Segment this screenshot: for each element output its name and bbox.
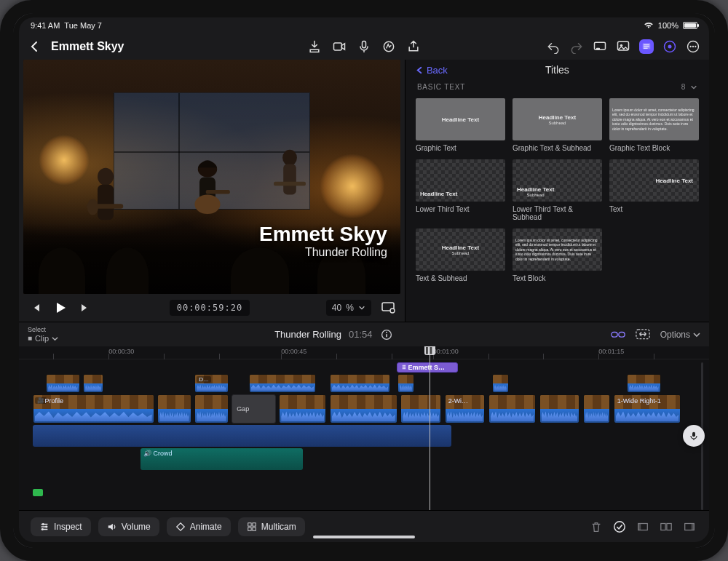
title-tile[interactable]: Headline Text Graphic Text: [416, 98, 505, 152]
content-browser-icon[interactable]: [639, 39, 654, 54]
time-ruler[interactable]: 00:00:30 00:00:45 00:01:00 00:01:15: [19, 346, 709, 359]
viewer-timecode[interactable]: 00:00:59:20: [170, 300, 250, 316]
chevron-down-icon: [52, 335, 58, 342]
trash-icon[interactable]: [588, 519, 604, 535]
home-indicator[interactable]: [313, 536, 415, 538]
volume-button[interactable]: Volume: [98, 517, 159, 536]
svg-rect-31: [618, 332, 624, 337]
multicam-button[interactable]: Multicam: [238, 517, 305, 536]
fullscreen-button[interactable]: [380, 300, 396, 316]
overlay-title: Emmett Skyy: [259, 223, 387, 246]
timeline[interactable]: 00:00:30 00:00:45 00:01:00 00:01:15 ▌▌ ⠿…: [19, 346, 709, 510]
redo-icon[interactable]: [569, 39, 584, 54]
svg-point-34: [42, 523, 44, 525]
primary-video-clip[interactable]: [488, 394, 536, 423]
video-clip[interactable]: [249, 374, 317, 393]
primary-video-clip[interactable]: [400, 394, 441, 423]
musician-figure: [264, 143, 315, 223]
import-icon[interactable]: [307, 39, 322, 54]
title-tile[interactable]: Headline Text Lower Third Text: [416, 159, 505, 221]
prev-frame-button[interactable]: [28, 300, 44, 316]
sliders-icon: [39, 522, 50, 532]
sfx-clip[interactable]: 🔊 Crowd: [141, 448, 303, 470]
app-screen: 9:41 AM Tue May 7 100% Emmett Skyy: [19, 17, 709, 542]
timeline-options-button[interactable]: Options: [660, 330, 700, 340]
voiceover-mic-icon[interactable]: [357, 39, 371, 54]
viewer-canvas[interactable]: Emmett Skyy Thunder Rolling: [23, 60, 400, 294]
video-clip[interactable]: [83, 374, 103, 393]
svg-rect-24: [274, 182, 306, 186]
header-center-tools: [307, 39, 421, 54]
undo-icon[interactable]: [546, 39, 561, 54]
timeline-clip-duration: 01:54: [349, 329, 373, 340]
media-browser-icon[interactable]: [616, 39, 630, 54]
video-clip[interactable]: [330, 374, 391, 393]
chevron-down-icon[interactable]: [690, 84, 697, 91]
chevron-down-icon: [358, 304, 365, 311]
battery-icon: [683, 22, 697, 29]
gap-clip[interactable]: Gap: [232, 394, 275, 423]
inspector-icon[interactable]: [662, 39, 677, 54]
primary-video-clip[interactable]: [194, 394, 228, 423]
voiceover-record-button[interactable]: [683, 425, 705, 447]
primary-video-clip[interactable]: [279, 394, 326, 423]
next-frame-button[interactable]: [77, 300, 93, 316]
svg-point-20: [194, 194, 220, 213]
back-chevron-icon[interactable]: [28, 39, 42, 54]
playhead[interactable]: ▌▌: [430, 346, 430, 510]
tile-caption: Text & Subhead: [416, 274, 505, 282]
video-clip[interactable]: [627, 374, 660, 393]
more-menu-icon[interactable]: [686, 39, 700, 54]
title-tile[interactable]: Headline TextSubhead Lower Third Text & …: [513, 159, 602, 221]
title-tile[interactable]: Headline TextSubhead Graphic Text & Subh…: [513, 98, 602, 152]
video-clip[interactable]: [492, 374, 509, 393]
info-icon[interactable]: [379, 327, 394, 342]
tile-caption: Lower Third Text & Subhead: [513, 205, 602, 221]
music-clip[interactable]: [33, 425, 451, 447]
primary-video-clip[interactable]: [539, 394, 580, 423]
link-icon[interactable]: [611, 327, 625, 342]
title-clip[interactable]: ⠿ Emmett S…: [397, 362, 458, 373]
browser-back-button[interactable]: Back: [416, 65, 448, 76]
svg-rect-0: [334, 43, 342, 50]
ruler-label: 00:01:00: [433, 348, 459, 355]
toggle-enable-icon[interactable]: [612, 519, 628, 535]
title-tile[interactable]: Headline TextSubhead Text & Subhead: [416, 228, 505, 282]
svg-point-9: [668, 45, 672, 49]
marker[interactable]: [33, 489, 43, 496]
sketch-icon[interactable]: [381, 39, 396, 54]
title-overlay: Emmett Skyy Thunder Rolling: [259, 223, 387, 259]
title-tile[interactable]: Headline Text Text: [609, 159, 699, 221]
camera-icon[interactable]: [332, 39, 347, 54]
zoom-fit-icon[interactable]: [636, 327, 650, 342]
primary-video-clip[interactable]: 🎥Profile: [33, 394, 154, 423]
title-tile[interactable]: Lorem ipsum dolor sit amet, consectetur …: [513, 228, 602, 282]
main-split: Emmett Skyy Thunder Rolling 00:00:59:20 …: [19, 60, 709, 322]
video-clip[interactable]: [397, 374, 414, 393]
title-tile[interactable]: Lorem ipsum dolor sit amet, consectetur …: [609, 98, 699, 152]
primary-video-clip[interactable]: [157, 394, 191, 423]
svg-rect-1: [363, 41, 366, 48]
svg-point-26: [390, 309, 395, 313]
viewer-zoom[interactable]: 40 %: [326, 300, 371, 316]
svg-rect-15: [98, 185, 114, 220]
clip-select-menu[interactable]: Select ■Clip: [28, 327, 58, 343]
display-options-icon[interactable]: [593, 39, 607, 54]
primary-video-clip[interactable]: [583, 394, 610, 423]
play-button[interactable]: [52, 300, 68, 316]
video-clip[interactable]: [46, 374, 79, 393]
svg-rect-47: [692, 523, 695, 530]
inspect-button[interactable]: Inspect: [31, 517, 91, 536]
primary-video-clip[interactable]: [330, 394, 397, 423]
svg-point-35: [45, 525, 47, 528]
split-clip-icon[interactable]: [658, 519, 674, 535]
trim-end-icon[interactable]: [681, 519, 697, 535]
titles-grid[interactable]: Headline Text Graphic Text Headline Text…: [405, 94, 709, 294]
primary-video-clip[interactable]: 2-Wi…: [445, 394, 486, 423]
trim-start-icon[interactable]: [635, 519, 651, 535]
share-icon[interactable]: [406, 39, 421, 54]
video-clip[interactable]: D…: [194, 374, 228, 393]
section-count: 8: [681, 83, 686, 91]
primary-video-clip[interactable]: 1-Wide Right-1: [614, 394, 681, 423]
animate-button[interactable]: Animate: [167, 517, 231, 536]
